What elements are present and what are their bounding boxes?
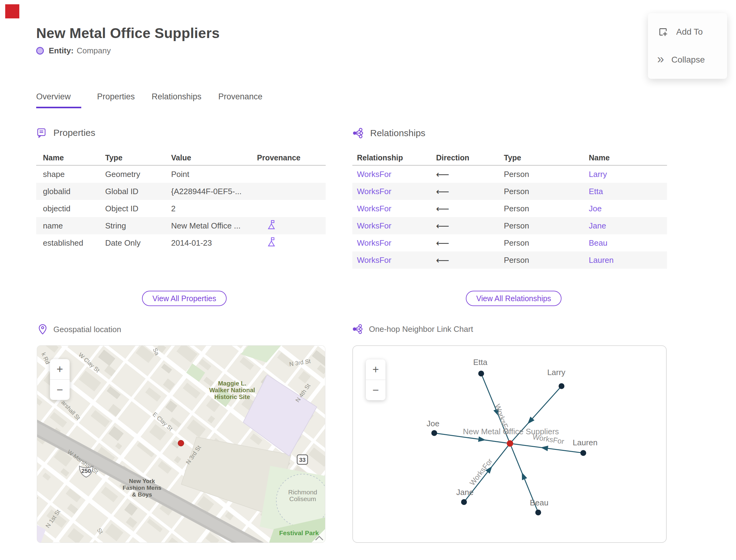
add-to-label: Add To (676, 27, 703, 37)
col-name: Name (589, 153, 667, 162)
col-relationship: Relationship (352, 153, 436, 162)
relationship-row: WorksFor ⟵ Person Beau (352, 234, 667, 251)
add-to-icon (657, 26, 669, 38)
map-zoom-out-button[interactable]: − (50, 379, 70, 400)
svg-text:250: 250 (81, 468, 91, 474)
entity-type-icon (36, 47, 44, 55)
map-label: RichmondColiseum (288, 489, 317, 502)
actions-panel: Add To » Collapse (648, 13, 727, 79)
map-zoom-control: + − (50, 359, 70, 400)
direction-arrow: ⟵ (436, 238, 504, 248)
link-chart-panel[interactable]: EttaLarryJoeLaurenJaneBeauWorksForWorksF… (352, 345, 667, 543)
chart-zoom-out-button[interactable]: − (366, 380, 385, 400)
relationship-link[interactable]: WorksFor (352, 204, 436, 213)
tab-provenance[interactable]: Provenance (218, 92, 263, 108)
graph-node[interactable] (461, 499, 467, 505)
graph-node[interactable] (535, 510, 541, 516)
tab-bar: Overview Properties Relationships Proven… (36, 92, 263, 108)
chart-zoom-control: + − (366, 359, 385, 400)
properties-table: Name Type Value Provenance shape Geometr… (36, 150, 326, 251)
relationships-table: Relationship Direction Type Name WorksFo… (352, 150, 667, 269)
relationship-link[interactable]: WorksFor (352, 221, 436, 231)
relationship-link[interactable]: WorksFor (352, 238, 436, 248)
svg-text:33: 33 (299, 457, 305, 463)
graph-node[interactable] (581, 450, 586, 456)
col-type: Type (504, 153, 589, 162)
map-panel[interactable]: k RdW Clay StSaN 3rd StN 4th StMaggie L.… (37, 345, 325, 543)
provenance-flag-icon[interactable] (267, 236, 276, 247)
tab-overview[interactable]: Overview (36, 92, 81, 108)
red-marker (5, 4, 19, 18)
graph-node-label: Larry (547, 368, 565, 377)
graph-center-label: New Metal Office Suppliers (463, 427, 559, 436)
map-label: Festival Park (279, 529, 319, 536)
tab-properties[interactable]: Properties (97, 92, 136, 108)
relationship-link[interactable]: WorksFor (352, 187, 436, 196)
graph-node[interactable] (431, 430, 437, 436)
collapse-icon: » (657, 53, 664, 65)
entity-details-page: New Metal Office Suppliers Entity: Compa… (0, 0, 736, 560)
graph-edge-arrow (522, 472, 527, 480)
graph-node-label: Beau (530, 498, 549, 507)
entity-link[interactable]: Beau (589, 238, 667, 248)
relationships-section-header: Relationships (352, 128, 425, 139)
relationship-row: WorksFor ⟵ Person Joe (352, 200, 667, 217)
relationship-link[interactable]: WorksFor (352, 170, 436, 179)
view-all-properties-button[interactable]: View All Properties (142, 291, 227, 306)
linkchart-section-title: One-hop Neighbor Link Chart (369, 324, 473, 334)
property-row: established Date Only 2014-01-23 (36, 234, 326, 251)
direction-arrow: ⟵ (436, 255, 504, 266)
map-building (324, 542, 325, 543)
col-direction: Direction (436, 153, 504, 162)
col-value: Value (171, 153, 257, 162)
col-provenance: Provenance (257, 153, 326, 162)
graph-node-label: Joe (427, 419, 439, 428)
entity-link[interactable]: Jane (589, 221, 667, 231)
relationship-row: WorksFor ⟵ Person Lauren (352, 251, 667, 269)
properties-table-header: Name Type Value Provenance (36, 150, 326, 166)
entity-link[interactable]: Etta (589, 187, 667, 196)
properties-section-title: Properties (53, 128, 95, 138)
map-zoom-in-button[interactable]: + (50, 359, 70, 379)
linkchart-section-header: One-hop Neighbor Link Chart (352, 324, 473, 334)
relationships-icon (352, 128, 363, 139)
chart-zoom-in-button[interactable]: + (366, 359, 385, 380)
graph-edge-arrow (478, 436, 486, 442)
relationship-link[interactable]: WorksFor (352, 255, 436, 265)
relationship-row: WorksFor ⟵ Person Etta (352, 183, 667, 200)
graph-node[interactable] (478, 371, 484, 377)
geospatial-section-header: Geospatial location (38, 324, 121, 335)
relationships-section-title: Relationships (370, 128, 425, 138)
graph-node-label: Etta (473, 358, 488, 367)
map-location-dot (178, 440, 184, 446)
graph-node-label: Jane (456, 488, 473, 497)
tab-relationships[interactable]: Relationships (152, 92, 202, 108)
col-name: Name (36, 153, 105, 162)
route-shield-33: 33 (297, 455, 308, 464)
direction-arrow: ⟵ (436, 203, 504, 214)
page-title: New Metal Office Suppliers (36, 25, 220, 41)
entity-link[interactable]: Joe (589, 204, 667, 213)
property-row: globalid Global ID {A228944F-0EF5-... (36, 183, 326, 200)
relationships-table-header: Relationship Direction Type Name (352, 150, 667, 166)
graph-center-node[interactable] (507, 440, 513, 447)
view-all-relationships-button[interactable]: View All Relationships (466, 291, 562, 306)
add-to-button[interactable]: Add To (657, 26, 727, 38)
entity-subtitle: Entity: Company (36, 46, 111, 56)
graph-node[interactable] (559, 383, 565, 389)
entity-type-value: Company (77, 46, 111, 56)
entity-label: Entity: (49, 46, 74, 56)
properties-section-header: Properties (36, 128, 95, 138)
col-type: Type (105, 153, 171, 162)
entity-link[interactable]: Larry (589, 170, 667, 179)
direction-arrow: ⟵ (436, 169, 504, 180)
direction-arrow: ⟵ (436, 221, 504, 231)
entity-link[interactable]: Lauren (589, 255, 667, 265)
graph-edge-arrow (541, 446, 548, 451)
provenance-flag-icon[interactable] (267, 219, 276, 230)
relationship-row: WorksFor ⟵ Person Larry (352, 166, 667, 183)
properties-icon (36, 128, 47, 138)
map-pin-icon (38, 324, 47, 335)
collapse-button[interactable]: » Collapse (657, 55, 727, 65)
link-chart-icon (352, 324, 363, 334)
